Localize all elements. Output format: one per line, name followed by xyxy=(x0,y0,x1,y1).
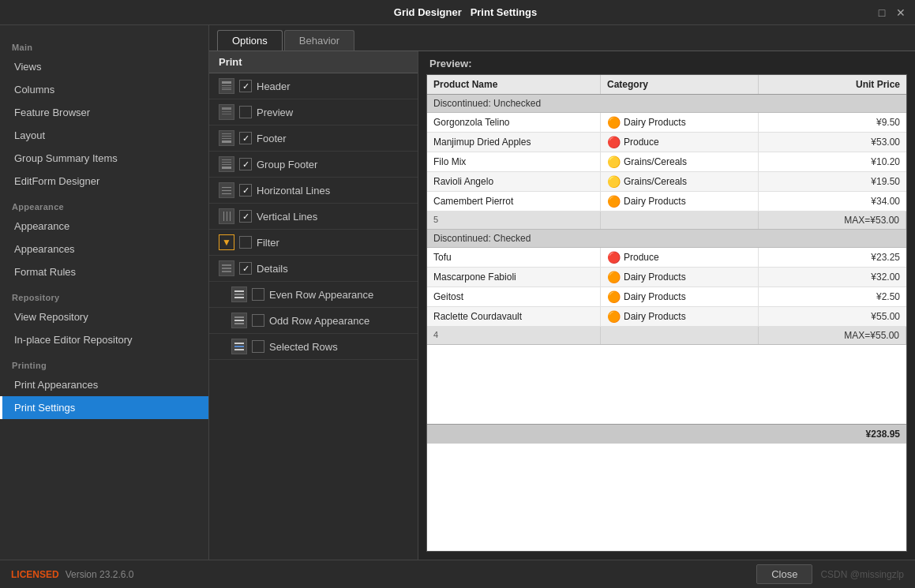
svg-rect-4 xyxy=(222,107,231,110)
filter-checkbox[interactable]: ✓ xyxy=(239,236,252,249)
sidebar-item-editform-designer[interactable]: EditForm Designer xyxy=(0,170,208,193)
sidebar-item-label: View Repository xyxy=(14,311,88,323)
cell-product: Camembert Pierrot xyxy=(427,192,601,211)
option-footer[interactable]: ✓ Footer xyxy=(209,125,418,152)
group-row-checked: Discontinued: Checked xyxy=(427,230,906,248)
sidebar-item-label: Format Rules xyxy=(14,266,76,278)
vertical-lines-checkbox[interactable]: ✓ xyxy=(239,210,252,223)
group-footer-checkbox[interactable]: ✓ xyxy=(239,158,252,170)
option-even-row-appearance[interactable]: ✓ Even Row Appearance xyxy=(209,282,418,308)
option-group-footer[interactable]: ✓ Group Footer xyxy=(209,152,418,178)
odd-row-checkbox[interactable]: ✓ xyxy=(252,314,264,327)
footer-icon xyxy=(219,130,234,146)
svg-rect-11 xyxy=(222,159,231,160)
selected-rows-checkbox[interactable]: ✓ xyxy=(252,340,264,353)
tab-options[interactable]: Options xyxy=(217,30,283,51)
cell-category: 🟡 Grains/Cereals xyxy=(601,172,759,191)
cell-price: ¥34.00 xyxy=(759,192,906,211)
option-vertical-lines[interactable]: ✓ Vertical Lines xyxy=(209,204,418,230)
tab-behavior[interactable]: Behavior xyxy=(284,30,354,51)
sidebar-section-repository: Repository xyxy=(0,283,208,305)
selected-rows-icon xyxy=(231,339,247,354)
even-row-checkbox[interactable]: ✓ xyxy=(252,288,264,301)
svg-rect-20 xyxy=(230,212,231,221)
dairy-icon: 🟠 xyxy=(607,116,621,129)
details-checkbox[interactable]: ✓ xyxy=(239,262,252,275)
sidebar-item-label: Group Summary Items xyxy=(14,152,118,164)
close-button[interactable]: Close xyxy=(756,564,812,584)
svg-rect-1 xyxy=(222,85,231,86)
sidebar-item-view-repository[interactable]: View Repository xyxy=(0,305,208,328)
svg-rect-8 xyxy=(222,136,231,137)
horizontal-lines-checkbox[interactable]: ✓ xyxy=(239,184,252,197)
sidebar-item-layout[interactable]: Layout xyxy=(0,124,208,147)
svg-rect-9 xyxy=(222,138,231,139)
close-window-button[interactable]: ✕ xyxy=(894,6,907,19)
minimize-button[interactable]: □ xyxy=(876,6,888,19)
sidebar-item-print-settings[interactable]: Print Settings xyxy=(0,396,208,419)
preview-icon xyxy=(219,104,234,120)
sidebar-item-label: Appearance xyxy=(14,220,69,232)
cell-category: 🟠 Dairy Products xyxy=(601,113,759,132)
sidebar-item-label: Appearances xyxy=(14,243,75,255)
col-header-category: Category xyxy=(601,75,759,94)
footer-checkbox[interactable]: ✓ xyxy=(239,132,252,144)
svg-rect-27 xyxy=(234,316,244,318)
option-details[interactable]: ✓ Details xyxy=(209,256,418,282)
table-row: Ravioli Angelo 🟡 Grains/Cereals ¥19.50 xyxy=(427,172,906,192)
svg-rect-0 xyxy=(222,81,231,84)
header-checkbox[interactable]: ✓ xyxy=(239,80,252,92)
options-panel: Print ✓ Header xyxy=(209,51,915,560)
cell-product: Raclette Courdavault xyxy=(427,307,601,326)
svg-rect-12 xyxy=(222,162,231,163)
sidebar-item-appearances[interactable]: Appearances xyxy=(0,238,208,260)
sidebar-item-format-rules[interactable]: Format Rules xyxy=(0,260,208,283)
version-text: Version 23.2.6.0 xyxy=(66,569,134,580)
option-selected-rows[interactable]: ✓ Selected Rows xyxy=(209,334,418,360)
sidebar-item-feature-browser[interactable]: Feature Browser xyxy=(0,101,208,124)
sidebar-item-label: Print Appearances xyxy=(14,379,98,391)
table-row: Geitost 🟠 Dairy Products ¥2.50 xyxy=(427,287,906,307)
sidebar-item-views[interactable]: Views xyxy=(0,55,208,78)
sidebar-item-print-appearances[interactable]: Print Appearances xyxy=(0,373,208,396)
preview-grid: Product Name Category Unit Price Discont… xyxy=(426,74,907,552)
sidebar-section-appearance: Appearance xyxy=(0,193,208,215)
details-icon xyxy=(219,260,234,276)
sidebar-item-inplace-editor-repository[interactable]: In-place Editor Repository xyxy=(0,328,208,351)
cell-product: Mascarpone Fabioli xyxy=(427,268,601,287)
sidebar-item-group-summary-items[interactable]: Group Summary Items xyxy=(0,147,208,170)
option-odd-row-appearance[interactable]: ✓ Odd Row Appearance xyxy=(209,308,418,334)
option-filter[interactable]: ▼ ✓ Filter xyxy=(209,230,418,256)
svg-rect-14 xyxy=(222,167,231,169)
sidebar-item-columns[interactable]: Columns xyxy=(0,78,208,101)
dairy-icon: 🟠 xyxy=(607,290,621,303)
cell-category: 🔴 Produce xyxy=(601,133,759,152)
svg-rect-26 xyxy=(234,297,244,298)
bottom-bar: LICENSED Version 23.2.6.0 Close CSDN @mi… xyxy=(0,560,915,588)
cell-category: 🟡 Grains/Cereals xyxy=(601,152,759,171)
svg-rect-30 xyxy=(234,343,244,344)
table-row: Gorgonzola Telino 🟠 Dairy Products ¥9.50 xyxy=(427,113,906,133)
sidebar-item-label: In-place Editor Repository xyxy=(14,334,133,346)
sidebar-item-appearance[interactable]: Appearance xyxy=(0,215,208,238)
cell-price: ¥19.50 xyxy=(759,172,906,191)
sidebar-item-label: Print Settings xyxy=(14,402,75,414)
cell-product: Tofu xyxy=(427,248,601,267)
preview-checkbox[interactable]: ✓ xyxy=(239,106,252,118)
svg-rect-2 xyxy=(222,88,231,88)
option-preview[interactable]: ✓ Preview xyxy=(209,99,418,125)
option-header[interactable]: ✓ Header xyxy=(209,73,418,99)
cell-price: ¥2.50 xyxy=(759,287,906,306)
cell-price: ¥32.00 xyxy=(759,268,906,287)
sidebar-item-label: Columns xyxy=(14,84,54,96)
bottom-right-buttons: Close CSDN @missingzlp xyxy=(756,564,904,584)
svg-rect-3 xyxy=(222,89,231,90)
cell-product: Ravioli Angelo xyxy=(427,172,601,191)
svg-rect-24 xyxy=(234,290,244,292)
svg-rect-25 xyxy=(234,294,244,295)
cell-category: 🟠 Dairy Products xyxy=(601,268,759,287)
sidebar-item-label: Views xyxy=(14,61,41,73)
svg-rect-31 xyxy=(234,346,244,347)
option-horizontal-lines[interactable]: ✓ Horizontal Lines xyxy=(209,178,418,204)
cell-product: Gorgonzola Telino xyxy=(427,113,601,132)
